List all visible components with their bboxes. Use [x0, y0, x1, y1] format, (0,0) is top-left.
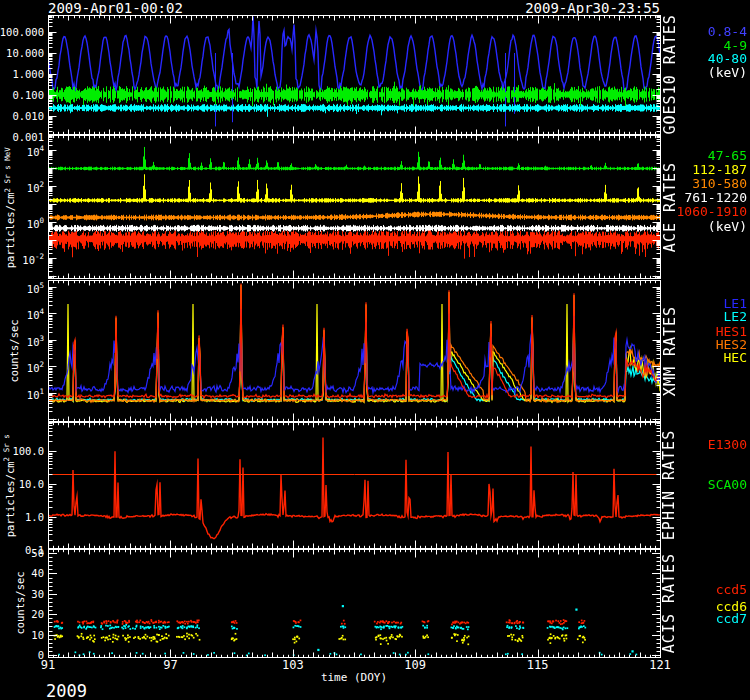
- ace-legend--kev-: (keV): [708, 219, 747, 234]
- ace-y-tick-label: 100: [27, 216, 44, 230]
- ace-panel-canvas: [48, 135, 661, 279]
- x-tick-label: 103: [271, 658, 315, 672]
- xmm-panel-canvas: [48, 280, 661, 422]
- x-tick-label: 97: [148, 658, 192, 672]
- goes-legend--kev-: (keV): [708, 65, 747, 80]
- acis-y-tick-label: 50: [31, 547, 44, 559]
- goes-legend-0-8-4: 0.8-4: [708, 24, 747, 39]
- goes-y-tick-label: 10.000: [6, 47, 44, 59]
- xmm-y-axis-title: counts/sec: [7, 280, 19, 421]
- xmm-y-tick-label: 104: [27, 307, 44, 321]
- acis-y-tick-label: 10: [31, 629, 44, 641]
- ephin-legend-e1300: E1300: [708, 437, 747, 452]
- ephin-y-tick-label: 100.0: [12, 445, 44, 457]
- goes-panel-canvas: [48, 15, 661, 135]
- xmm-y-tick-label: 105: [27, 281, 44, 295]
- ace-legend-47-65: 47-65: [708, 148, 747, 163]
- ephin-y-tick-label: 1.0: [25, 511, 44, 523]
- acis-panel-canvas: [48, 549, 661, 658]
- xmm-y-tick-label: 101: [27, 387, 44, 401]
- ace-legend-1060-1910: 1060-1910: [677, 204, 747, 219]
- ace-y-axis-title: particles/cm2 Sr s MeV: [2, 136, 16, 279]
- ace-y-tick-label: 102: [27, 180, 44, 194]
- goes-y-tick-label: 100.000: [0, 26, 44, 38]
- acis-legend-ccd5: ccd5: [716, 582, 747, 597]
- ephin-y-axis-title: particles/cm2 Sr s: [2, 423, 16, 549]
- x-tick-label: 91: [26, 658, 70, 672]
- radiation-monitor-figure: 2009-Apr01-00:02 2009-Apr30-23:55 100.00…: [0, 0, 750, 700]
- ace-y-tick-label: 104: [27, 144, 44, 158]
- goes-panel-title: GOES10 RATES: [660, 15, 678, 134]
- ephin-legend-sca00: SCA00: [708, 477, 747, 492]
- xmm-legend-le2: LE2: [724, 309, 747, 324]
- xmm-y-tick-label: 102: [27, 360, 44, 374]
- x-tick-label: 115: [516, 658, 560, 672]
- goes-y-tick-label: 0.001: [12, 131, 44, 143]
- acis-y-tick-label: 40: [31, 567, 44, 579]
- year-label: 2009: [46, 681, 87, 700]
- xmm-panel-title: XMM RATES: [660, 280, 678, 421]
- xmm-y-tick-label: 103: [27, 334, 44, 348]
- ace-legend-112-187: 112-187: [692, 162, 747, 177]
- ace-panel-title: ACE RATES: [660, 135, 678, 278]
- x-tick-label: 121: [638, 658, 682, 672]
- ephin-y-tick-label: 10.0: [19, 478, 44, 490]
- acis-panel-title: ACIS RATES: [660, 549, 678, 657]
- start-datetime-label: 2009-Apr01-00:02: [48, 0, 183, 16]
- ace-legend-310-580: 310-580: [692, 176, 747, 191]
- acis-y-tick-label: 30: [31, 588, 44, 600]
- ephin-panel-canvas: [48, 422, 661, 549]
- end-datetime-label: 2009-Apr30-23:55: [525, 0, 660, 16]
- x-axis-title: time (DOY): [254, 671, 454, 684]
- goes-y-tick-label: 0.010: [12, 110, 44, 122]
- goes-y-tick-label: 0.100: [12, 89, 44, 101]
- ephin-panel-title: EPHIN RATES: [660, 422, 678, 548]
- goes-legend-40-80: 40-80: [708, 51, 747, 66]
- acis-legend-ccd7: ccd7: [716, 611, 747, 626]
- acis-y-axis-title: counts/sec: [14, 549, 26, 657]
- ace-y-tick-label: 10-2: [22, 252, 44, 266]
- x-tick-label: 109: [393, 658, 437, 672]
- goes-y-tick-label: 1.000: [12, 68, 44, 80]
- ace-legend-761-1220: 761-1220: [684, 190, 747, 205]
- acis-y-tick-label: 20: [31, 608, 44, 620]
- xmm-legend-hec: HEC: [724, 350, 747, 365]
